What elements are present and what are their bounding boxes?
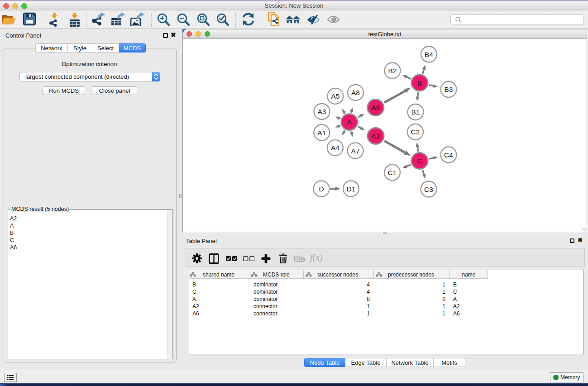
svg-text:B3: B3 [445,86,453,93]
svg-text:C3: C3 [424,186,433,193]
svg-text:D: D [319,185,324,193]
svg-text:B4: B4 [425,51,433,58]
svg-text:B2: B2 [388,67,397,75]
svg-text:A5: A5 [331,92,339,100]
svg-text:A8: A8 [351,89,360,96]
svg-text:C: C [417,157,422,165]
svg-text:B: B [417,79,422,87]
svg-text:A1: A1 [317,129,326,137]
svg-text:B1: B1 [411,108,420,116]
svg-text:A4: A4 [331,144,339,152]
svg-text:A7: A7 [351,147,360,155]
svg-text:D1: D1 [347,185,356,193]
svg-text:A6: A6 [371,104,380,111]
svg-text:C1: C1 [388,169,397,176]
svg-text:A3: A3 [318,108,326,115]
svg-text:C2: C2 [411,128,420,136]
svg-text:A: A [347,118,352,126]
svg-text:C4: C4 [444,151,453,159]
svg-text:A2: A2 [372,132,380,140]
